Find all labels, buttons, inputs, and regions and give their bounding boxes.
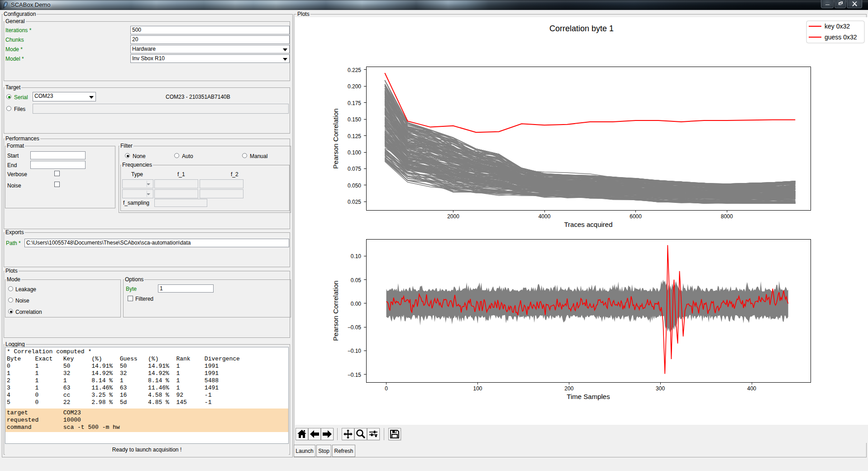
svg-text:Pearson Correlation: Pearson Correlation <box>332 280 339 341</box>
svg-text:0.025: 0.025 <box>348 199 361 205</box>
svg-text:0: 0 <box>385 385 388 392</box>
svg-text:Pearson Correlation: Pearson Correlation <box>332 108 339 168</box>
svg-text:0.225: 0.225 <box>348 67 361 73</box>
svg-text:−0.05: −0.05 <box>348 324 362 331</box>
svg-text:Correlation byte 1: Correlation byte 1 <box>549 24 614 33</box>
svg-text:0.05: 0.05 <box>351 277 362 284</box>
svg-text:0.100: 0.100 <box>348 149 361 156</box>
svg-text:6000: 6000 <box>630 213 642 220</box>
svg-text:0.075: 0.075 <box>348 166 361 172</box>
svg-text:−0.10: −0.10 <box>348 348 362 354</box>
svg-text:200: 200 <box>564 385 573 392</box>
svg-text:100: 100 <box>473 385 482 392</box>
svg-text:Time Samples: Time Samples <box>567 393 610 400</box>
svg-text:0.125: 0.125 <box>348 133 361 139</box>
svg-text:0.200: 0.200 <box>348 83 361 90</box>
svg-text:2000: 2000 <box>447 213 459 220</box>
svg-text:4000: 4000 <box>539 213 551 220</box>
svg-text:Traces acquired: Traces acquired <box>564 221 613 228</box>
svg-text:key 0x32: key 0x32 <box>825 23 850 30</box>
svg-text:0.10: 0.10 <box>351 253 362 260</box>
svg-text:−0.15: −0.15 <box>348 372 362 378</box>
svg-text:400: 400 <box>747 385 756 392</box>
svg-text:guess 0x32: guess 0x32 <box>825 34 857 41</box>
svg-text:0.150: 0.150 <box>348 116 361 123</box>
svg-text:0.00: 0.00 <box>351 301 362 307</box>
svg-text:0.175: 0.175 <box>348 100 361 106</box>
svg-text:0.050: 0.050 <box>348 183 361 189</box>
svg-text:300: 300 <box>656 385 665 392</box>
svg-text:8000: 8000 <box>721 213 733 220</box>
